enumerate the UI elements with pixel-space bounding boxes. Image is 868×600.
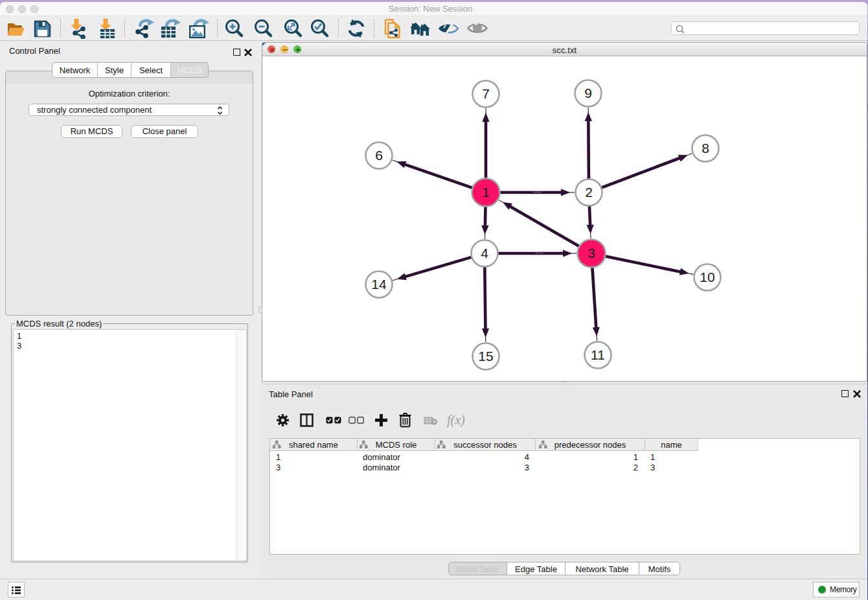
svg-text:2: 2 <box>585 185 593 200</box>
svg-text:9: 9 <box>584 86 592 100</box>
svg-text:8: 8 <box>702 141 709 156</box>
svg-text:6: 6 <box>375 148 383 163</box>
svg-text:14: 14 <box>371 277 387 292</box>
svg-text:4: 4 <box>481 246 488 260</box>
svg-text:15: 15 <box>478 349 493 363</box>
svg-text:3: 3 <box>588 246 595 260</box>
svg-text:1: 1 <box>482 185 490 200</box>
svg-text:11: 11 <box>591 347 605 362</box>
svg-text:7: 7 <box>482 86 490 101</box>
svg-text:10: 10 <box>700 270 714 284</box>
